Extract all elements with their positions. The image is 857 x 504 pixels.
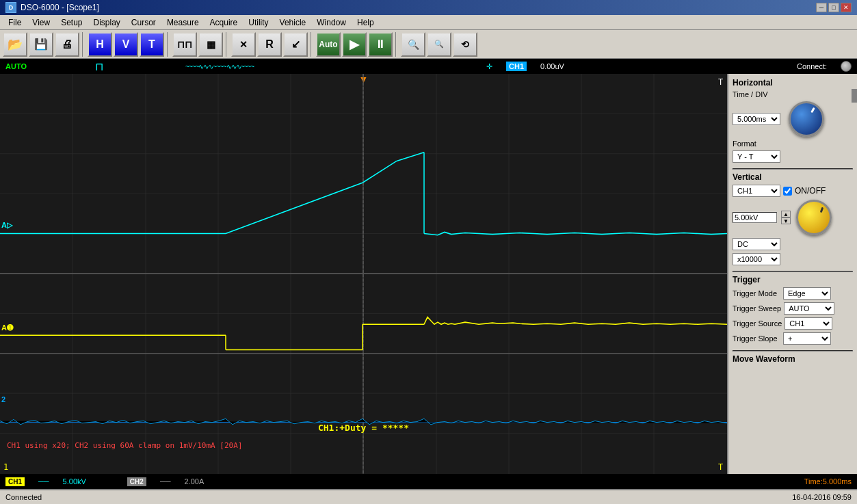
vertical-title: Vertical [733,172,853,182]
vertical-knob[interactable] [796,200,832,235]
menu-display[interactable]: Display [88,16,126,29]
trigger-slope-label: Trigger Slope [733,334,780,343]
trigger-sweep-select[interactable]: AUTO NORMAL SINGLE [784,302,834,315]
sep1 [82,32,85,57]
v-button[interactable]: V [114,32,138,57]
title-bar: D DSO-6000 - [Scope1] ─ □ ✕ [0,0,857,15]
connect-indicator [841,61,852,72]
scope-info-bar: CH1 ── 5.00kV CH2 ── 2.00A Time:5.000ms [0,474,857,489]
ch2-info-value: 2.00A [184,477,204,486]
run-button[interactable]: ▶ [342,32,367,57]
app-icon: D [5,2,16,13]
channel-select[interactable]: CH1 CH2 [733,185,780,197]
trigger-source-label: Trigger Source [733,319,782,328]
save-button[interactable]: 💾 [29,32,53,57]
status-bar: Connected 16-04-2016 09:59 [0,489,857,504]
open-button[interactable]: 📂 [3,32,27,57]
reset-button[interactable]: ⟲ [453,32,477,57]
trigger-sweep-row: Trigger Sweep AUTO NORMAL SINGLE [733,302,853,315]
auto-label: AUTO [5,62,27,70]
coupling-select[interactable]: DC AC GND [733,238,780,250]
menu-acquire[interactable]: Acquire [205,16,243,29]
cursor-button[interactable]: ↙ [283,32,308,57]
zoom-out-button[interactable]: 🔍 [427,32,451,57]
scope-display[interactable]: ▼ [0,74,727,474]
trigger-source-row: Trigger Source CH1 CH2 EXT [733,317,853,330]
menu-view[interactable]: View [27,16,55,29]
divider3 [733,350,853,352]
signal1-button[interactable]: ⊓⊓ [172,32,197,57]
ch1-marker: A▷ [1,221,12,230]
time-per-div-select[interactable]: 5.000ms 1.000ms 500us [733,113,780,125]
sep2 [167,32,170,57]
trigger-mode-select[interactable]: Edge Pulse Video [783,287,831,300]
minimize-button[interactable]: ─ [816,3,827,12]
ch1-badge: CH1 [506,62,527,71]
right-panel: Horizontal Time / DIV 5.000ms 1.000ms 50… [727,74,857,474]
format-row: Format [733,140,853,148]
ch1-indicator: ✛ [486,62,492,71]
volts-input[interactable] [733,212,777,223]
menu-bar: File View Setup Display Cursor Measure A… [0,15,857,30]
scope-svg: T 1 T [0,74,727,474]
maximize-button[interactable]: □ [828,3,839,12]
horizontal-knob[interactable] [789,101,824,137]
trigger-sweep-label: Trigger Sweep [733,304,781,313]
pause-button[interactable]: ⏸ [368,32,393,57]
close-button[interactable]: ✕ [841,3,852,12]
zoom-in-button[interactable]: 🔍 [401,32,425,57]
menu-window[interactable]: Window [311,16,352,29]
trigger-mode-row: Trigger Mode Edge Pulse Video [733,287,853,300]
trigger-source-select[interactable]: CH1 CH2 EXT [785,317,832,330]
t-button[interactable]: T [140,32,164,57]
trigger-slope-row: Trigger Slope + - [733,332,853,345]
menu-setup[interactable]: Setup [55,16,88,29]
move-waveform-section: Move Waveform [733,354,853,364]
svg-text:1: 1 [3,462,8,471]
ref-button[interactable]: R [257,32,282,57]
ch3-marker: 2 [1,395,5,403]
menu-file[interactable]: File [3,16,27,29]
menu-vehicle[interactable]: Vehicle [274,16,312,29]
connected-label: Connected [5,493,42,501]
onoff-label: ON/OFF [795,186,826,196]
connect-label: Connect: [797,62,827,70]
trigger-mode-label: Trigger Mode [733,289,780,297]
format-select[interactable]: Y - T X - Y [733,150,780,163]
sep5 [395,32,398,57]
scope-header: AUTO ⊓ ~~~~∿∿∿~~~~∿∿∿~~~~ ✛ CH1 0.00uV C… [0,59,857,74]
datetime-label: 16-04-2016 09:59 [792,493,852,501]
probe-row: x10000 x1 x10 x100 x1000 [733,253,853,265]
vertical-section: Vertical CH1 CH2 ON/OFF ▲ ▼ [733,172,853,265]
sep4 [311,32,313,57]
time-per-div-value-row: 5.000ms 1.000ms 500us [733,101,853,137]
time-per-div-label: Time / DIV [733,90,780,98]
scope-waveform-preview: ~~~~∿∿∿~~~~∿∿∿~~~~ [185,63,254,70]
sep3 [226,32,228,57]
h-button[interactable]: H [88,32,112,57]
mul-button[interactable]: ✕ [231,32,256,57]
divider1 [733,168,853,170]
trigger-slope-select[interactable]: + - [783,332,831,345]
menu-utility[interactable]: Utility [243,16,274,29]
format-label: Format [733,140,780,148]
volts-up-button[interactable]: ▲ [781,211,791,217]
print-button[interactable]: 🖨 [55,32,79,57]
coupling-row: DC AC GND [733,238,853,250]
onoff-checkbox[interactable] [783,187,792,196]
menu-cursor[interactable]: Cursor [126,16,161,29]
scrollbar-thumb[interactable] [852,89,857,103]
trigger-time-label: Time:5.000ms [804,477,852,486]
ch2-info-badge: CH2 [127,477,146,486]
volts-row: ▲ ▼ [733,200,853,235]
trigger-title: Trigger [733,275,853,284]
trigger-pulse: ⊓ [95,60,103,73]
time-per-div-row: Time / DIV [733,90,853,98]
signal2-button[interactable]: ▦ [198,32,223,57]
menu-measure[interactable]: Measure [161,16,205,29]
menu-help[interactable]: Help [352,16,380,29]
auto-button[interactable]: Auto [316,32,341,57]
volts-down-button[interactable]: ▼ [781,217,791,224]
probe-select[interactable]: x10000 x1 x10 x100 x1000 [733,253,780,265]
format-select-row: Y - T X - Y [733,150,853,163]
